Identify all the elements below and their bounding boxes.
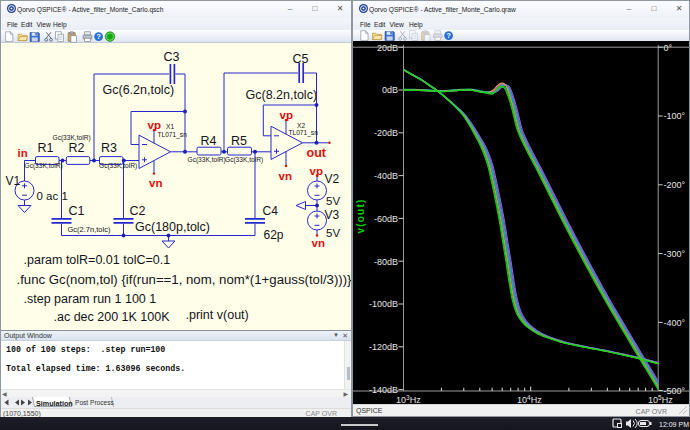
svg-text:20dB: 20dB	[377, 43, 398, 53]
svg-text:C5: C5	[293, 52, 309, 66]
svg-text:Gc(8.2n,tolc): Gc(8.2n,tolc)	[246, 88, 318, 102]
svg-text:-400°: -400°	[664, 318, 686, 328]
svg-text:5V: 5V	[326, 227, 340, 239]
svg-text:-60dB: -60dB	[374, 214, 398, 224]
svg-text:V2: V2	[325, 172, 340, 186]
svg-text:v(out): v(out)	[355, 199, 366, 234]
svg-text:0°: 0°	[664, 43, 673, 53]
svg-text:.step param run 1 100 1: .step param run 1 100 1	[24, 292, 157, 306]
svg-text:-80dB: -80dB	[374, 257, 398, 267]
svg-text:?: ?	[96, 32, 100, 41]
svg-text:vn: vn	[279, 170, 292, 182]
svg-text:in: in	[18, 147, 28, 159]
svg-text:Gc(180p,tolc): Gc(180p,tolc)	[135, 220, 210, 234]
svg-text:X2: X2	[297, 122, 305, 129]
svg-text:Gc(33K,tolR): Gc(33K,tolR)	[99, 162, 137, 170]
svg-text:R2: R2	[69, 141, 85, 155]
svg-text:vp: vp	[310, 165, 323, 177]
svg-text:?: ?	[446, 31, 450, 40]
svg-text:vn: vn	[149, 177, 162, 189]
svg-text:.param tolR=0.01 tolC=0.1: .param tolR=0.01 tolC=0.1	[24, 253, 171, 267]
svg-text:62p: 62p	[264, 228, 284, 242]
svg-text:TL071_sn: TL071_sn	[158, 131, 188, 139]
svg-text:-100dB: -100dB	[369, 299, 398, 309]
svg-text:vp: vp	[148, 119, 161, 131]
svg-text:Gc(33K,tolR): Gc(33K,tolR)	[53, 134, 91, 142]
svg-text:-100°: -100°	[664, 111, 686, 121]
svg-text:R3: R3	[101, 141, 117, 155]
svg-text:C2: C2	[130, 204, 146, 218]
svg-text:-20dB: -20dB	[374, 128, 398, 138]
svg-text:0dB: 0dB	[382, 85, 398, 95]
svg-text:-200°: -200°	[664, 180, 686, 190]
svg-text:Gc(6.2n,tolc): Gc(6.2n,tolc)	[103, 83, 175, 97]
svg-text:5V: 5V	[326, 195, 340, 207]
svg-text:C4: C4	[263, 204, 279, 218]
svg-text:vn: vn	[312, 237, 325, 249]
svg-text:X1: X1	[166, 123, 174, 130]
svg-text:.ac dec 200 1K 100K: .ac dec 200 1K 100K	[54, 310, 171, 324]
svg-text:V3: V3	[325, 208, 340, 222]
svg-text:Gc(33K,tolR): Gc(33K,tolR)	[225, 156, 263, 164]
svg-text:-120dB: -120dB	[369, 342, 398, 352]
svg-text:C1: C1	[69, 204, 85, 218]
svg-text:Gc(33K,tolR): Gc(33K,tolR)	[25, 162, 63, 170]
svg-text:V1: V1	[6, 174, 21, 188]
svg-text:R5: R5	[231, 134, 247, 148]
svg-text:R4: R4	[201, 134, 217, 148]
svg-text:C3: C3	[164, 50, 180, 64]
svg-text:R1: R1	[38, 141, 54, 155]
svg-text:vp: vp	[280, 109, 293, 121]
svg-text:.print v(out): .print v(out)	[186, 308, 249, 322]
svg-text:-40dB: -40dB	[374, 171, 398, 181]
svg-text:0 ac 1: 0 ac 1	[37, 190, 68, 202]
svg-text:TL071_sn: TL071_sn	[289, 129, 319, 137]
svg-text:-300°: -300°	[664, 249, 686, 259]
svg-text:.func Gc(nom,tol) {if(run==1,: .func Gc(nom,tol) {if(run==1, nom, nom*(…	[17, 273, 352, 287]
svg-text:-140dB: -140dB	[369, 385, 398, 395]
svg-text:out: out	[307, 146, 327, 160]
svg-text:Gc(33K,tolR): Gc(33K,tolR)	[188, 156, 226, 164]
svg-text:Gc(2.7n,tolc): Gc(2.7n,tolc)	[68, 225, 111, 234]
